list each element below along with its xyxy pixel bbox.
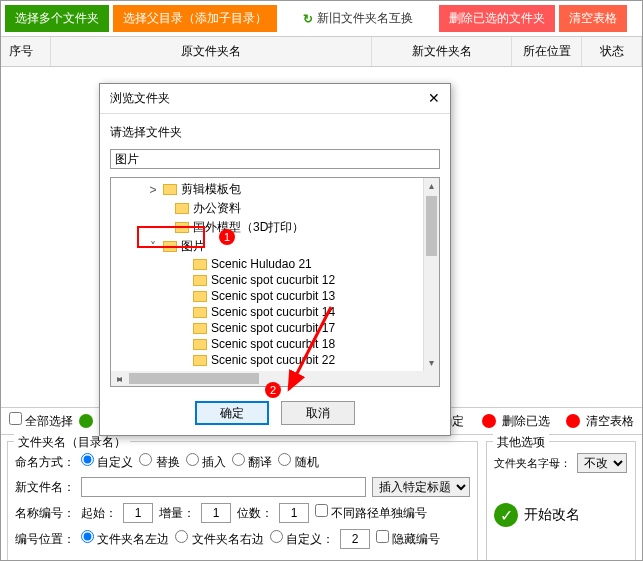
- custom-pos-input[interactable]: [340, 529, 370, 549]
- expand-icon[interactable]: [177, 321, 189, 335]
- radio-right[interactable]: 文件夹名右边: [175, 530, 263, 548]
- tree-node-label: Scenic spot cucurbit 12: [211, 273, 335, 287]
- new-filename-input[interactable]: [81, 477, 366, 497]
- tree-node-label: 国外模型（3D打印）: [193, 219, 304, 236]
- scroll-h-thumb[interactable]: [129, 373, 259, 384]
- tree-node[interactable]: 国外模型（3D打印）: [111, 218, 423, 237]
- cancel-button[interactable]: 取消: [281, 401, 355, 425]
- start-input[interactable]: [123, 503, 153, 523]
- col-loc: 所在位置: [512, 37, 582, 66]
- radio-insert[interactable]: 插入: [186, 453, 226, 471]
- delete-selected-folders-button[interactable]: 删除已选的文件夹: [439, 5, 555, 32]
- browse-folder-dialog: 浏览文件夹 ✕ 请选择文件夹 >剪辑模板包 办公资料 国外模型（3D打印）˅图片…: [99, 83, 451, 436]
- radio-left[interactable]: 文件夹名左边: [81, 530, 169, 548]
- expand-icon[interactable]: [177, 337, 189, 351]
- col-orig: 原文件夹名: [51, 37, 372, 66]
- diff-path-checkbox[interactable]: 不同路径单独编号: [315, 504, 427, 522]
- horizontal-scrollbar[interactable]: ◂ ▸: [110, 371, 440, 387]
- tree-node[interactable]: 办公资料: [111, 199, 423, 218]
- expand-icon[interactable]: [159, 221, 171, 235]
- expand-icon[interactable]: ˅: [147, 240, 159, 254]
- folder-tree[interactable]: >剪辑模板包 办公资料 国外模型（3D打印）˅图片 Scenic Huludao…: [110, 177, 440, 372]
- table-header: 序号 原文件夹名 新文件夹名 所在位置 状态: [1, 36, 642, 67]
- radio-custom-pos[interactable]: 自定义：: [270, 530, 334, 548]
- expand-icon[interactable]: >: [147, 183, 159, 197]
- radio-replace[interactable]: 替换: [139, 453, 179, 471]
- folder-icon: [175, 203, 189, 214]
- close-icon[interactable]: ✕: [428, 90, 440, 107]
- x-icon: [482, 414, 496, 428]
- ok-button[interactable]: 确定: [195, 401, 269, 425]
- tree-node[interactable]: Scenic spot cucurbit 13: [111, 288, 423, 304]
- scroll-down-icon[interactable]: ▾: [424, 355, 439, 371]
- swap-names-button[interactable]: ↻ 新旧文件夹名互换: [293, 5, 423, 32]
- clear-table-label[interactable]: 清空表格: [586, 413, 634, 430]
- tree-node-label: Scenic Huludao 21: [211, 257, 312, 271]
- check-circle-icon: ✓: [494, 503, 518, 527]
- expand-icon[interactable]: [177, 257, 189, 271]
- vertical-scrollbar[interactable]: ▴ ▾: [423, 178, 439, 371]
- select-all-checkbox[interactable]: 全部选择: [9, 412, 73, 430]
- tree-node[interactable]: Scenic spot cucurbit 18: [111, 336, 423, 352]
- scroll-thumb[interactable]: [426, 196, 437, 256]
- folder-name-panel: 文件夹名（目录名） 命名方式： 自定义 替换 插入 翻译 随机 新文件名： 插入…: [7, 441, 478, 561]
- folder-icon: [163, 241, 177, 252]
- folder-icon: [193, 307, 207, 318]
- name-number-label: 名称编号：: [15, 505, 75, 522]
- tree-node-label: Scenic spot cucurbit 18: [211, 337, 335, 351]
- expand-icon[interactable]: [177, 353, 189, 367]
- tree-node[interactable]: ˅图片: [111, 237, 423, 256]
- delete-selected-label[interactable]: 删除已选: [502, 413, 550, 430]
- select-parent-dir-button[interactable]: 选择父目录（添加子目录）: [113, 5, 277, 32]
- tree-node-label: 图片: [181, 238, 205, 255]
- dialog-prompt: 请选择文件夹: [110, 124, 440, 141]
- folder-icon: [163, 184, 177, 195]
- folder-icon: [193, 291, 207, 302]
- insert-title-select[interactable]: 插入特定标题: [372, 477, 470, 497]
- tree-node-label: 办公资料: [193, 200, 241, 217]
- expand-icon[interactable]: [159, 202, 171, 216]
- expand-icon[interactable]: [177, 273, 189, 287]
- tree-node-label: Scenic spot cucurbit 14: [211, 305, 335, 319]
- dialog-title: 浏览文件夹: [110, 90, 170, 107]
- new-filename-label: 新文件名：: [15, 479, 75, 496]
- tree-node-label: 剪辑模板包: [181, 181, 241, 198]
- folder-icon: [193, 323, 207, 334]
- naming-label: 命名方式：: [15, 454, 75, 471]
- tree-node-label: Scenic spot cucurbit 13: [211, 289, 335, 303]
- radio-random[interactable]: 随机: [278, 453, 318, 471]
- folder-icon: [193, 259, 207, 270]
- col-seq: 序号: [1, 37, 51, 66]
- check-green-icon: [79, 414, 93, 428]
- scroll-right-icon[interactable]: ▸: [111, 371, 127, 387]
- swap-icon: ↻: [303, 12, 313, 26]
- numpos-label: 编号位置：: [15, 531, 75, 548]
- clear-table-button[interactable]: 清空表格: [559, 5, 627, 32]
- hide-num-checkbox[interactable]: 隐藏编号: [376, 530, 440, 548]
- start-rename-button[interactable]: ✓ 开始改名: [494, 503, 628, 527]
- expand-icon[interactable]: [177, 289, 189, 303]
- expand-icon[interactable]: [177, 305, 189, 319]
- folder-path-input[interactable]: [110, 149, 440, 169]
- digits-input[interactable]: [279, 503, 309, 523]
- folder-icon: [193, 275, 207, 286]
- tree-node[interactable]: Scenic Huludao 21: [111, 256, 423, 272]
- tree-node[interactable]: Scenic spot cucurbit 17: [111, 320, 423, 336]
- tree-node-label: Scenic spot cucurbit 17: [211, 321, 335, 335]
- other-options-panel: 其他选项 文件夹名字母： 不改变 ✓ 开始改名: [486, 441, 636, 561]
- font-select[interactable]: 不改变: [577, 453, 627, 473]
- scroll-up-icon[interactable]: ▴: [424, 178, 439, 194]
- folder-icon: [193, 355, 207, 366]
- tree-node[interactable]: Scenic spot cucurbit 12: [111, 272, 423, 288]
- tree-node[interactable]: Scenic spot cucurbit 14: [111, 304, 423, 320]
- tree-node[interactable]: >剪辑模板包: [111, 180, 423, 199]
- incr-input[interactable]: [201, 503, 231, 523]
- folder-icon: [193, 339, 207, 350]
- radio-translate[interactable]: 翻译: [232, 453, 272, 471]
- col-stat: 状态: [582, 37, 642, 66]
- folder-icon: [175, 222, 189, 233]
- select-multi-folders-button[interactable]: 选择多个文件夹: [5, 5, 109, 32]
- panel-title-left: 文件夹名（目录名）: [14, 434, 130, 451]
- tree-node[interactable]: Scenic spot cucurbit 22: [111, 352, 423, 368]
- radio-custom[interactable]: 自定义: [81, 453, 133, 471]
